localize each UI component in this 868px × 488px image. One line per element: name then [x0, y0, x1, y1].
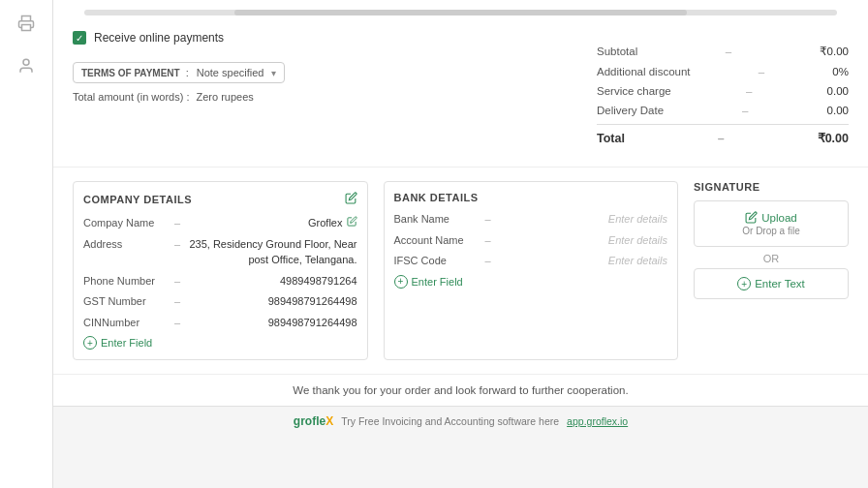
bank-details-title: BANK DETAILS: [394, 192, 668, 203]
bank-name-row: Bank Name – Enter details: [394, 211, 668, 228]
total-words-value: Zero rupees: [197, 91, 254, 103]
service-value: 0.00: [827, 85, 849, 97]
delivery-dash: –: [742, 105, 748, 116]
scroll-bar: [84, 10, 837, 15]
company-details-box: COMPANY DETAILS Compay Name – Groflex: [73, 181, 368, 360]
terms-section: TERMS OF PAYMENT : Note specified ▾ Tota…: [73, 62, 577, 103]
footer-link[interactable]: app.groflex.io: [567, 415, 628, 427]
terms-row: TERMS OF PAYMENT : Note specified ▾: [73, 62, 577, 83]
scroll-thumb: [234, 10, 686, 15]
total-value: ₹0.00: [818, 131, 849, 145]
bank-enter-field-button[interactable]: + Enter Field: [394, 275, 668, 289]
details-grid: COMPANY DETAILS Compay Name – Groflex: [53, 171, 868, 370]
terms-select[interactable]: TERMS OF PAYMENT : Note specified ▾: [73, 62, 285, 83]
bank-name-placeholder: Enter details: [495, 211, 667, 228]
discount-label: Additional discount: [597, 66, 691, 77]
service-row: Service charge – 0.00: [597, 81, 849, 101]
company-address-value: 235, Residency Ground Floor, Near post O…: [184, 236, 356, 268]
enter-text-plus-icon: +: [737, 277, 751, 290]
company-phone-row: Phone Number – 4989498791264: [83, 273, 357, 290]
company-cin-row: CINNumber – 989498791264498: [83, 315, 357, 331]
chevron-down-icon: ▾: [271, 68, 276, 78]
company-cin-value: 989498791264498: [184, 315, 356, 331]
terms-colon: :: [186, 67, 189, 78]
summary-section: Subtotal – ₹0.00 Additional discount – 0…: [597, 31, 849, 161]
payment-section: ✓ Receive online payments TERMS OF PAYME…: [73, 31, 577, 161]
service-label: Service charge: [597, 85, 671, 97]
company-cin-label: CINNumber: [83, 315, 170, 331]
delivery-row: Delivery Date – 0.00: [597, 101, 849, 120]
company-address-label: Address: [83, 236, 170, 268]
delivery-label: Delivery Date: [597, 105, 664, 116]
footer-promo-text: Try Free Invoicing and Accounting softwa…: [341, 415, 559, 427]
print-icon[interactable]: [13, 10, 40, 37]
user-icon[interactable]: [13, 52, 40, 79]
total-label: Total: [597, 132, 625, 145]
total-dash: –: [718, 132, 725, 145]
bank-name-label: Bank Name: [394, 211, 481, 228]
company-details-title: COMPANY DETAILS: [83, 192, 357, 207]
plus-circle-icon: +: [83, 336, 97, 350]
receive-payments-checkbox[interactable]: ✓: [73, 31, 86, 45]
ifsc-row: IFSC Code – Enter details: [394, 253, 668, 269]
checkbox-row: ✓ Receive online payments: [73, 31, 577, 45]
signature-section: SIGNATURE Upload Or Drop a file OR: [694, 181, 849, 360]
discount-value: 0%: [832, 66, 849, 77]
brand-grofle: groflе: [294, 414, 326, 428]
subtotal-row: Subtotal – ₹0.00: [597, 41, 849, 62]
company-gst-label: GST Number: [83, 293, 170, 310]
company-gst-value: 989498791264498: [184, 293, 356, 310]
upload-label-row: Upload: [704, 211, 838, 224]
company-edit-icon[interactable]: [345, 192, 357, 207]
sidebar: [0, 0, 53, 488]
company-phone-value: 4989498791264: [184, 273, 356, 290]
drop-label: Or Drop a file: [704, 226, 838, 236]
checkbox-label: Receive online payments: [94, 31, 224, 45]
account-name-placeholder: Enter details: [495, 232, 667, 249]
groflex-brand: groflеX: [294, 414, 333, 428]
bank-details-box: BANK DETAILS Bank Name – Enter details A…: [384, 181, 679, 360]
svg-point-1: [23, 59, 29, 65]
company-phone-label: Phone Number: [83, 273, 170, 290]
company-name-edit-icon[interactable]: [347, 215, 357, 231]
subtotal-value: ₹0.00: [820, 45, 849, 58]
total-row: Total – ₹0.00: [597, 124, 849, 151]
thankyou-row: We thank you for your order and look for…: [53, 374, 868, 406]
company-name-label: Compay Name: [83, 215, 170, 231]
delivery-value: 0.00: [827, 105, 849, 116]
upload-text: Upload: [761, 212, 796, 224]
company-name-row: Compay Name – Groflex: [83, 215, 357, 231]
account-name-label: Account Name: [394, 232, 481, 249]
discount-row: Additional discount – 0%: [597, 62, 849, 81]
bank-plus-circle-icon: +: [394, 275, 408, 289]
brand-x: X: [326, 414, 333, 428]
total-words-row: Total amount (in words) : Zero rupees: [73, 91, 577, 103]
svg-rect-0: [22, 25, 31, 31]
company-enter-field-button[interactable]: + Enter Field: [83, 336, 357, 350]
discount-dash: –: [759, 66, 764, 77]
signature-title: SIGNATURE: [694, 181, 849, 193]
ifsc-label: IFSC Code: [394, 253, 481, 269]
terms-label: TERMS OF PAYMENT: [81, 68, 180, 78]
thankyou-text: We thank you for your order and look for…: [293, 384, 628, 396]
invoice-container: ✓ Receive online payments TERMS OF PAYME…: [53, 0, 868, 436]
or-divider: OR: [694, 253, 849, 264]
company-address-row: Address – 235, Residency Ground Floor, N…: [83, 236, 357, 268]
terms-value: Note specified: [197, 67, 264, 78]
main-content: ✓ Receive online payments TERMS OF PAYME…: [53, 0, 868, 488]
service-dash: –: [746, 85, 752, 97]
total-words-label: Total amount (in words) :: [73, 91, 189, 103]
footer-bar: groflеX Try Free Invoicing and Accountin…: [53, 406, 868, 436]
account-name-row: Account Name – Enter details: [394, 232, 668, 249]
upload-button[interactable]: Upload Or Drop a file: [694, 200, 849, 247]
company-name-value: Groflex: [184, 215, 342, 231]
company-gst-row: GST Number – 989498791264498: [83, 293, 357, 310]
enter-text-label: Enter Text: [755, 278, 805, 290]
subtotal-label: Subtotal: [597, 46, 637, 57]
ifsc-placeholder: Enter details: [495, 253, 667, 269]
subtotal-dash: –: [726, 46, 731, 57]
enter-text-button[interactable]: + Enter Text: [694, 268, 849, 299]
